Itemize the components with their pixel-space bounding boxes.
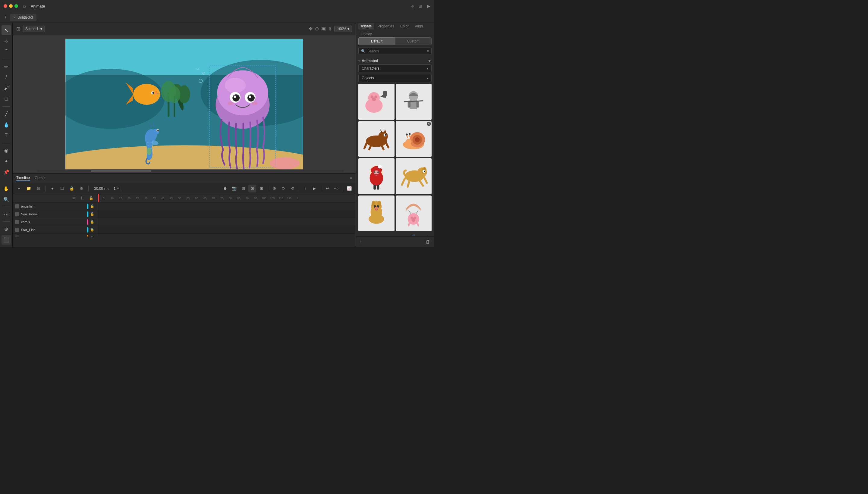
close-button[interactable] — [4, 4, 7, 8]
tab-properties[interactable]: Properties — [375, 23, 396, 30]
lock-layer-btn[interactable]: 🔒 — [68, 185, 76, 192]
paint-tool[interactable]: 🖌 — [1, 83, 11, 93]
export-btn[interactable]: ↑ — [301, 185, 309, 192]
asset-item[interactable] — [396, 158, 432, 194]
objects-dropdown[interactable]: Objects ▾ — [358, 74, 431, 82]
list-view-icon[interactable]: ≡ — [427, 49, 429, 53]
keyframe-btn[interactable]: ⊠ — [248, 185, 256, 192]
home-icon[interactable]: ⌂ — [23, 3, 26, 9]
layer-row[interactable]: corals 🔒 — [13, 218, 97, 226]
pen-tool[interactable]: ✏ — [1, 62, 11, 71]
scene-selector[interactable]: Scene 1 ▾ — [23, 25, 45, 32]
h-scrollbar-thumb[interactable] — [91, 170, 151, 172]
custom-mode-btn[interactable]: Custom — [395, 37, 432, 45]
zoom-control[interactable]: 100% ▾ — [334, 25, 352, 32]
characters-dropdown[interactable]: Characters ▾ — [358, 64, 431, 72]
eyedropper-tool[interactable]: 💧 — [1, 120, 11, 130]
rectangle-tool[interactable]: □ — [1, 94, 11, 104]
motion-btn[interactable]: ⊘ — [77, 185, 85, 192]
asset-item[interactable] — [358, 84, 394, 120]
canvas[interactable] — [65, 39, 303, 170]
frame-icon[interactable]: ▣ — [321, 26, 326, 32]
loop-btn[interactable]: ⊟ — [239, 185, 247, 192]
undo-btn[interactable]: ↩ — [324, 185, 331, 192]
guide-layer-btn[interactable]: ☐ — [58, 185, 66, 192]
fill-tool[interactable]: ◉ — [1, 146, 11, 155]
layer-row[interactable]: angelfish 🔒 — [13, 203, 97, 210]
asset-item[interactable] — [396, 195, 432, 232]
snap-tool[interactable]: ⊕ — [1, 224, 11, 234]
layer-row[interactable]: Star_Fish 🔒 — [13, 226, 97, 234]
tab-timeline[interactable]: Timeline — [16, 176, 30, 181]
panel-trash-btn[interactable]: 🗑 — [426, 239, 430, 245]
snap-canvas-icon[interactable]: ⊕ — [315, 26, 319, 32]
animated-section-header[interactable]: ▾ Animated ▼ — [358, 57, 431, 64]
sync-btn[interactable]: ⊙ — [270, 185, 278, 192]
new-layer-btn[interactable]: + — [15, 185, 23, 192]
pencil-tool[interactable]: / — [1, 73, 11, 82]
asset-delete-btn[interactable]: ✕ — [427, 122, 431, 126]
svg-point-20 — [247, 94, 255, 101]
default-mode-btn[interactable]: Default — [358, 37, 395, 45]
track-area[interactable]: 5 10 15 20 25 30 35 40 45 50 55 — [97, 194, 356, 236]
tab-output[interactable]: Output — [35, 176, 45, 181]
search-input[interactable] — [367, 49, 423, 53]
line-tool[interactable]: ╱ — [1, 109, 11, 119]
zoom-value: 100% — [337, 27, 346, 31]
maximize-button[interactable] — [15, 4, 18, 8]
tab-options-icon[interactable]: ⋮ — [2, 15, 8, 20]
animated-filter-icon[interactable]: ▼ — [427, 58, 431, 63]
asset-item[interactable] — [396, 84, 432, 120]
tab-align[interactable]: Align — [412, 23, 425, 30]
more-tools[interactable]: ⋯ — [1, 209, 11, 219]
motion-editor-btn[interactable]: 📈 — [345, 185, 353, 192]
minimize-button[interactable] — [9, 4, 13, 8]
svg-point-42 — [372, 97, 376, 101]
layout-icon[interactable]: ⊞ — [419, 4, 422, 8]
layer-row[interactable]: Sea_Horse 🔒 — [13, 210, 97, 218]
file-tab[interactable]: ✕ Untitled-3 — [10, 14, 36, 21]
toolbar-separator-3 — [3, 143, 10, 143]
broadcast-icon[interactable]: ▶ — [427, 4, 430, 8]
layer-frame-btn[interactable]: ☐ — [79, 195, 86, 202]
tab-assets[interactable]: Assets — [358, 23, 374, 30]
layer-eye-btn[interactable]: 👁 — [71, 195, 77, 202]
pin-tool[interactable]: 📌 — [1, 167, 11, 177]
lasso-tool[interactable]: ⌒ — [1, 47, 11, 57]
select-tool[interactable]: ↖ — [1, 25, 11, 35]
zoom-tool[interactable]: 🔍 — [1, 195, 11, 204]
asset-item[interactable] — [358, 195, 394, 232]
ease-btn[interactable]: ⊞ — [257, 185, 265, 192]
ease-graph-btn[interactable]: ~○ — [332, 185, 340, 192]
delete-layer-btn[interactable]: 🗑 — [34, 185, 42, 192]
motion-path-btn[interactable]: ⟲ — [289, 185, 296, 192]
color-picker[interactable]: ✦ — [1, 156, 11, 166]
text-tool[interactable]: T — [1, 131, 11, 140]
record-btn[interactable]: ⏺ — [221, 185, 229, 192]
arrange-icon[interactable]: ⇅ — [328, 26, 332, 31]
snapshot-btn[interactable]: 📷 — [230, 185, 238, 192]
upload-btn[interactable]: ↑ — [359, 239, 362, 245]
canvas-btn[interactable]: ⬛ — [1, 235, 11, 245]
asset-item[interactable] — [358, 121, 394, 157]
asset-item[interactable]: ✕ — [396, 121, 432, 157]
svg-point-19 — [233, 94, 240, 101]
tween-btn[interactable]: ⟳ — [279, 185, 287, 192]
layer-row[interactable]: seaweed 🔒 — [13, 234, 97, 236]
timeline-collapse-icon[interactable]: ≡ — [350, 176, 352, 180]
h-scrollbar[interactable] — [37, 170, 344, 172]
asset-item[interactable] — [358, 158, 394, 194]
layer-lock-btn[interactable]: 🔒 — [88, 195, 94, 202]
play-btn[interactable]: ▶ — [310, 185, 318, 192]
show-next[interactable]: Show next ↓ — [358, 234, 431, 236]
new-folder-btn[interactable]: 📁 — [25, 185, 33, 192]
hand-tool[interactable]: ✋ — [1, 184, 11, 193]
layers-icon[interactable]: ⊞ — [16, 26, 20, 32]
layer-color-strip — [87, 227, 88, 232]
tab-color[interactable]: Color — [398, 23, 411, 30]
hide-layer-btn[interactable]: ● — [49, 185, 56, 192]
share-icon[interactable]: ⎆ — [411, 4, 414, 8]
tab-close-icon[interactable]: ✕ — [13, 16, 16, 19]
move-icon[interactable]: ✥ — [309, 26, 313, 32]
transform-tool[interactable]: ⊹ — [1, 36, 11, 46]
